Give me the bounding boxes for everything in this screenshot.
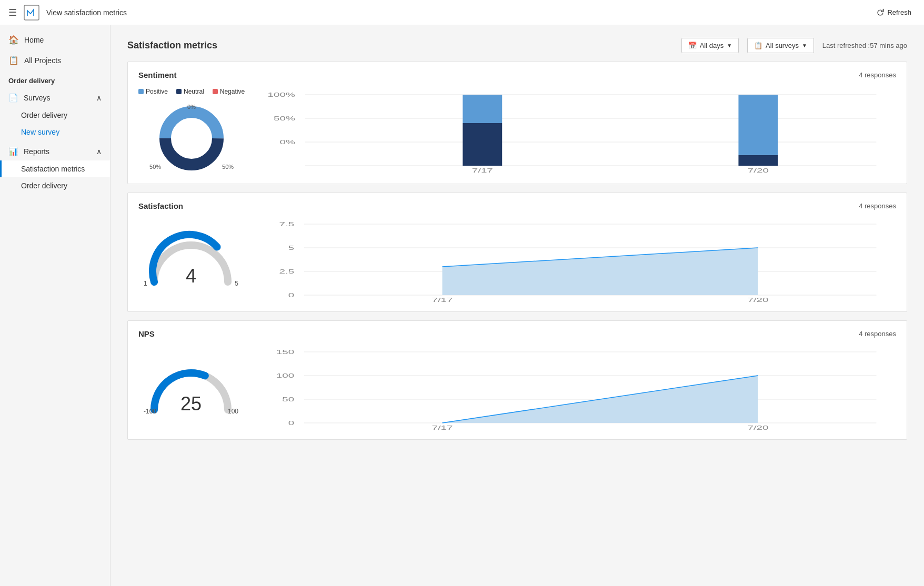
sentiment-bar-chart: 100% 50% 0% 7/17 7/20: [266, 89, 896, 174]
svg-text:7/17: 7/17: [472, 167, 493, 174]
chevron-up-icon: ∧: [96, 94, 102, 102]
calendar-icon: 📅: [688, 42, 697, 49]
satisfaction-gauge: 4 1 5: [138, 235, 244, 287]
sidebar-item-home[interactable]: 🏠 Home: [0, 29, 110, 50]
svg-text:100: 100: [276, 372, 294, 379]
chevron-down-icon-surveys: ▼: [802, 43, 807, 48]
svg-text:7/20: 7/20: [748, 167, 769, 174]
legend-positive: Positive: [138, 88, 168, 95]
donut-left-label: 50%: [149, 164, 161, 170]
legend-neutral: Neutral: [176, 88, 204, 95]
sidebar-group-surveys-header[interactable]: 📄 Surveys ∧: [0, 89, 110, 107]
nps-card: NPS 4 responses: [127, 320, 907, 440]
sidebar-item-order-delivery-report[interactable]: Order delivery: [0, 177, 110, 194]
satisfaction-area-chart: 7.5 5 2.5 0 7/17 7/20: [265, 219, 896, 303]
svg-text:0%: 0%: [279, 139, 295, 145]
menu-icon[interactable]: ☰: [8, 7, 17, 18]
reports-icon: 📊: [8, 147, 18, 156]
app-logo: [23, 4, 40, 21]
sidebar-group-surveys: 📄 Surveys ∧ Order delivery New survey: [0, 89, 110, 140]
negative-dot: [213, 89, 218, 94]
nps-card-header: NPS 4 responses: [138, 329, 896, 338]
satisfaction-card-header: Satisfaction 4 responses: [138, 201, 896, 210]
nps-title: NPS: [138, 329, 155, 338]
sidebar-group-reports-header[interactable]: 📊 Reports ∧: [0, 143, 110, 160]
sidebar: 🏠 Home 📋 All Projects Order delivery 📄 S…: [0, 25, 111, 586]
svg-text:7/17: 7/17: [431, 297, 453, 304]
sidebar-section-order-delivery: Order delivery: [0, 70, 110, 87]
svg-text:50%: 50%: [274, 115, 296, 122]
satisfaction-title: Satisfaction: [138, 201, 183, 210]
main-header: Satisfaction metrics 📅 All days ▼ 📋 All …: [127, 38, 907, 53]
top-bar: ☰ View satisfaction metrics Refresh: [0, 0, 924, 25]
satisfaction-responses: 4 responses: [859, 202, 896, 210]
legend-negative: Negative: [213, 88, 245, 95]
refresh-icon: [877, 9, 884, 16]
nps-gauge-min: -100: [144, 408, 156, 415]
svg-text:7/17: 7/17: [431, 425, 453, 431]
sidebar-item-satisfaction-metrics[interactable]: Satisfaction metrics: [0, 160, 110, 177]
svg-text:50: 50: [282, 396, 294, 403]
main-content: Satisfaction metrics 📅 All days ▼ 📋 All …: [111, 25, 924, 586]
chevron-up-icon-reports: ∧: [96, 147, 102, 156]
svg-text:150: 150: [276, 349, 294, 356]
all-surveys-button[interactable]: 📋 All surveys ▼: [747, 38, 814, 53]
sentiment-legend: Positive Neutral Negative: [138, 88, 245, 95]
svg-marker-25: [443, 248, 758, 295]
svg-text:7.5: 7.5: [279, 221, 295, 228]
sentiment-card-header: Sentiment 4 responses: [138, 70, 896, 79]
sidebar-item-order-delivery-survey[interactable]: Order delivery: [0, 107, 110, 124]
nps-gauge: 25 -100 100: [138, 362, 244, 415]
svg-rect-12: [463, 95, 502, 123]
nps-responses: 4 responses: [859, 330, 896, 338]
donut-chart: 0% 50% 50%: [155, 102, 228, 175]
sentiment-donut-section: Positive Neutral Negative: [138, 88, 245, 175]
donut-right-label: 50%: [222, 164, 234, 170]
svg-rect-14: [739, 155, 778, 166]
satisfaction-card: Satisfaction 4 responses: [127, 193, 907, 312]
svg-point-3: [172, 118, 212, 158]
nps-area-chart: 150 100 50 0 7/17 7/20: [265, 347, 896, 431]
page-title: Satisfaction metrics: [127, 40, 681, 51]
svg-text:7/20: 7/20: [747, 425, 768, 431]
nps-gauge-max: 100: [228, 408, 238, 415]
gauge-wrapper-nps: 25 -100 100: [144, 362, 238, 415]
projects-icon: 📋: [8, 55, 19, 65]
satisfaction-gauge-min: 1: [144, 280, 147, 287]
nps-gauge-value: 25: [180, 393, 202, 415]
survey-list-icon: 📋: [754, 42, 762, 49]
positive-dot: [138, 89, 144, 94]
refresh-button[interactable]: Refresh: [872, 6, 916, 18]
svg-rect-11: [463, 123, 502, 166]
svg-text:100%: 100%: [268, 92, 296, 98]
satisfaction-gauge-value: 4: [186, 265, 196, 287]
sentiment-card: Sentiment 4 responses Positive Neutral: [127, 62, 907, 184]
last-refreshed-label: Last refreshed :57 mins ago: [822, 42, 907, 49]
donut-top-label: 0%: [187, 104, 196, 110]
sentiment-responses: 4 responses: [859, 71, 896, 79]
satisfaction-card-body: 4 1 5 7.5 5: [138, 219, 896, 303]
neutral-label: Neutral: [184, 88, 204, 95]
negative-label: Negative: [220, 88, 245, 95]
sentiment-title: Sentiment: [138, 70, 177, 79]
sidebar-group-reports: 📊 Reports ∧ Satisfaction metrics Order d…: [0, 143, 110, 194]
svg-text:0: 0: [288, 292, 294, 299]
survey-icon: 📄: [8, 93, 18, 103]
gauge-wrapper-satisfaction: 4 1 5: [144, 235, 238, 287]
svg-text:7/20: 7/20: [747, 297, 768, 304]
sidebar-item-all-projects[interactable]: 📋 All Projects: [0, 50, 110, 70]
all-days-button[interactable]: 📅 All days ▼: [681, 38, 739, 53]
home-icon: 🏠: [8, 35, 19, 45]
satisfaction-gauge-max: 5: [235, 280, 238, 287]
sidebar-item-new-survey[interactable]: New survey: [0, 124, 110, 140]
chevron-down-icon-days: ▼: [727, 43, 732, 48]
sentiment-card-body: Positive Neutral Negative: [138, 88, 896, 175]
positive-label: Positive: [146, 88, 168, 95]
header-controls: 📅 All days ▼ 📋 All surveys ▼ Last refres…: [681, 38, 907, 53]
top-bar-title: View satisfaction metrics: [46, 8, 127, 17]
neutral-dot: [176, 89, 182, 94]
nps-card-body: 25 -100 100 150 100: [138, 347, 896, 431]
app-body: 🏠 Home 📋 All Projects Order delivery 📄 S…: [0, 25, 924, 586]
svg-text:2.5: 2.5: [279, 268, 295, 275]
svg-rect-15: [739, 95, 778, 155]
